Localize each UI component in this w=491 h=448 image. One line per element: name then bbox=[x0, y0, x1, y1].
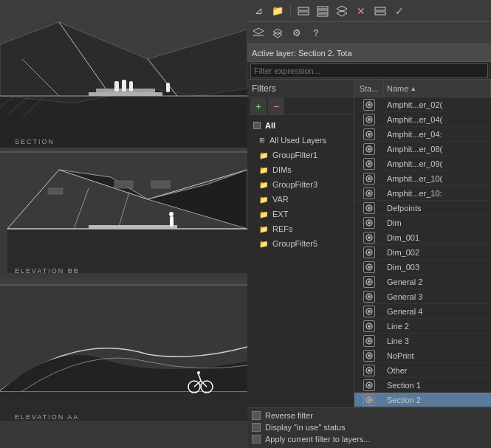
layer-status-cell[interactable] bbox=[354, 114, 384, 125]
layer-visibility-icon[interactable] bbox=[363, 202, 375, 214]
bottom-option-row[interactable]: Apply current filter to layers... bbox=[252, 435, 487, 444]
layer-status-cell[interactable] bbox=[354, 187, 384, 199]
layer-visibility-icon[interactable] bbox=[363, 232, 375, 244]
status-column-header[interactable]: Sta... bbox=[354, 80, 384, 97]
svg-rect-53 bbox=[375, 12, 385, 15]
layer-status-cell[interactable] bbox=[354, 261, 384, 273]
layer-row[interactable]: General 2 bbox=[354, 275, 491, 289]
filter-item-groupfilter5[interactable]: 📁 GroupFilter5 bbox=[247, 236, 354, 251]
layer-row[interactable]: Section 2 bbox=[354, 393, 491, 407]
layer-alt-icon[interactable] bbox=[334, 3, 350, 19]
layer-status-cell[interactable] bbox=[354, 232, 384, 244]
layer-visibility-icon[interactable] bbox=[363, 320, 375, 332]
delete-filter-icon[interactable]: − bbox=[268, 98, 284, 114]
layer-row[interactable]: Section 1 bbox=[354, 378, 491, 393]
checkbox-box[interactable] bbox=[252, 423, 261, 432]
layer-check-icon[interactable] bbox=[372, 3, 388, 19]
layer-visibility-icon[interactable] bbox=[363, 306, 375, 317]
layer-visibility-icon[interactable] bbox=[363, 276, 375, 288]
layer-visibility-icon[interactable] bbox=[363, 261, 375, 273]
layer-row[interactable]: Other bbox=[354, 363, 491, 378]
layer-visibility-icon[interactable] bbox=[363, 335, 375, 347]
layer-row[interactable]: General 4 bbox=[354, 304, 491, 319]
layer-row[interactable]: NoPrint bbox=[354, 348, 491, 363]
layer-visibility-icon[interactable] bbox=[363, 217, 375, 229]
filter-item-var[interactable]: 📁 VAR bbox=[247, 192, 354, 207]
filter-expression-input[interactable] bbox=[250, 63, 488, 78]
name-column-header[interactable]: Name ▲ bbox=[384, 80, 491, 97]
folder-open-icon[interactable]: 📁 bbox=[269, 3, 286, 19]
layer-status-cell[interactable] bbox=[354, 202, 384, 214]
layer-status-cell[interactable] bbox=[354, 394, 384, 406]
filter-icon[interactable]: ⊿ bbox=[250, 3, 267, 19]
new-layer-icon[interactable] bbox=[295, 3, 312, 19]
gear-icon[interactable]: ⚙ bbox=[289, 25, 305, 41]
layer-row[interactable]: Amphit...er_08( bbox=[354, 142, 491, 156]
layer-status-cell[interactable] bbox=[354, 350, 384, 362]
svg-rect-49 bbox=[317, 14, 328, 16]
filter-tree-item-all[interactable]: All bbox=[247, 118, 354, 133]
layer-visibility-icon[interactable] bbox=[363, 99, 375, 111]
layer-status-cell[interactable] bbox=[354, 276, 384, 288]
layer-visibility-icon[interactable] bbox=[363, 247, 375, 258]
layer-visibility-icon[interactable] bbox=[363, 365, 375, 376]
layer-visibility-icon[interactable] bbox=[363, 350, 375, 362]
new-filter-icon[interactable]: + bbox=[250, 98, 267, 114]
layer-name-cell: Dim bbox=[384, 218, 491, 227]
layer-row[interactable]: Defpoints bbox=[354, 201, 491, 216]
layer-visibility-icon[interactable] bbox=[363, 187, 375, 199]
layer-status-cell[interactable] bbox=[354, 143, 384, 155]
layer-status-cell[interactable] bbox=[354, 306, 384, 317]
layer-visibility-icon[interactable] bbox=[363, 128, 375, 140]
filter-item-groupfilter1[interactable]: 📁 GroupFilter1 bbox=[247, 148, 354, 162]
layer-status-cell[interactable] bbox=[354, 173, 384, 185]
layer-row[interactable]: Dim_001 bbox=[354, 230, 491, 245]
confirm-icon[interactable]: ✓ bbox=[391, 3, 408, 19]
layer-status-cell[interactable] bbox=[354, 99, 384, 111]
layer-row[interactable]: Amphit...er_04: bbox=[354, 127, 491, 142]
layer-visibility-icon[interactable] bbox=[363, 291, 375, 303]
layer-status-cell[interactable] bbox=[354, 217, 384, 229]
layer-stack-icon[interactable] bbox=[315, 3, 331, 19]
layer-status-cell[interactable] bbox=[354, 335, 384, 347]
layer-visibility-icon[interactable] bbox=[363, 143, 375, 155]
help-icon[interactable]: ? bbox=[308, 25, 324, 41]
layer-row[interactable]: Dim bbox=[354, 216, 491, 230]
layer-row[interactable]: Line 2 bbox=[354, 319, 491, 334]
layers-scroll[interactable]: Amphit...er_02(Amphit...er_04(Amphit...e… bbox=[354, 97, 491, 407]
layer-visibility-icon[interactable] bbox=[363, 379, 375, 391]
bottom-option-row[interactable]: Reverse filter bbox=[252, 411, 487, 420]
layer-row[interactable]: Dim_003 bbox=[354, 260, 491, 275]
layer-row[interactable]: Amphit...er_04( bbox=[354, 112, 491, 127]
layer-row[interactable]: Amphit...er_10: bbox=[354, 186, 491, 201]
layer-visibility-icon[interactable] bbox=[363, 173, 375, 185]
layer-row[interactable]: Amphit...er_09( bbox=[354, 156, 491, 171]
checkbox-box[interactable] bbox=[252, 435, 261, 444]
filter-item-dims[interactable]: 📁 DIMs bbox=[247, 162, 354, 177]
layer-status-cell[interactable] bbox=[354, 128, 384, 140]
layer-status-cell[interactable] bbox=[354, 379, 384, 391]
bottom-option-row[interactable]: Display "in use" status bbox=[252, 423, 487, 432]
layer-status-cell[interactable] bbox=[354, 365, 384, 376]
layer-visibility-icon[interactable] bbox=[363, 158, 375, 170]
layer-row[interactable]: Amphit...er_10( bbox=[354, 171, 491, 186]
close-icon[interactable]: ✕ bbox=[353, 3, 369, 19]
layer-row[interactable]: Amphit...er_02( bbox=[354, 97, 491, 112]
layer-status-cell[interactable] bbox=[354, 320, 384, 332]
layer1-icon[interactable] bbox=[250, 25, 267, 41]
layer2-icon[interactable] bbox=[269, 25, 286, 41]
layer-status-cell[interactable] bbox=[354, 158, 384, 170]
checkbox-box[interactable] bbox=[252, 411, 261, 420]
filter-item-groupfilter3[interactable]: 📁 GroupFilter3 bbox=[247, 177, 354, 192]
layer-visibility-icon[interactable] bbox=[363, 114, 375, 125]
layer-status-cell[interactable] bbox=[354, 247, 384, 258]
layer-row[interactable]: General 3 bbox=[354, 289, 491, 304]
filter-item-ext[interactable]: 📁 EXT bbox=[247, 207, 354, 221]
layer-visibility-icon[interactable] bbox=[363, 394, 375, 406]
filter-item-all-used[interactable]: ⊞ All Used Layers bbox=[247, 133, 354, 148]
layer-row[interactable]: Dim_002 bbox=[354, 245, 491, 260]
layer-row[interactable]: Line 3 bbox=[354, 334, 491, 348]
filter-item-refs[interactable]: 📁 REFs bbox=[247, 221, 354, 236]
main-content: Filters + − All ⊞ All Used Layers 📁 Grou bbox=[247, 80, 491, 407]
layer-status-cell[interactable] bbox=[354, 291, 384, 303]
